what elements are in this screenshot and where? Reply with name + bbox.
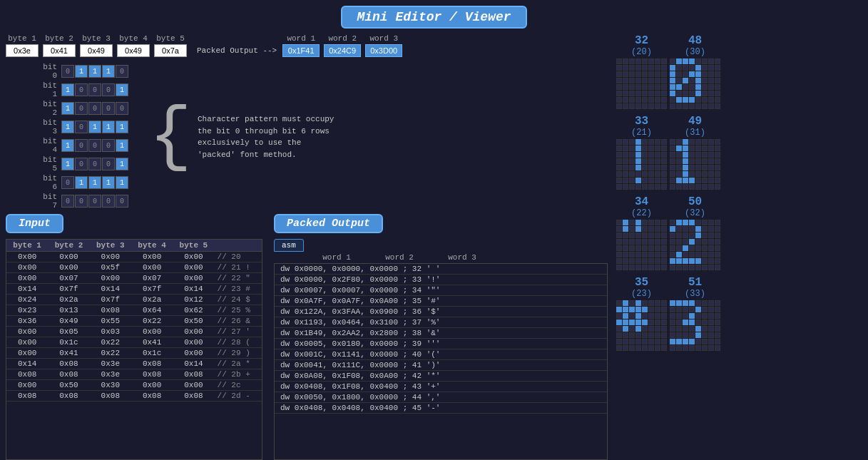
byte4-input[interactable]: [117, 44, 150, 57]
bit-cell[interactable]: 1: [116, 139, 128, 152]
char-pixel: [635, 78, 641, 83]
word2-group: word 2: [324, 34, 361, 57]
byte3-input[interactable]: [80, 44, 113, 57]
bit-cell[interactable]: 0: [61, 65, 74, 78]
bit-cell[interactable]: 1: [61, 139, 74, 152]
bit-cell[interactable]: 0: [75, 139, 88, 152]
char-pixel: [635, 345, 641, 351]
bit-cell[interactable]: 1: [75, 176, 88, 189]
char-pixel: [642, 258, 648, 264]
bit-cell[interactable]: 1: [116, 158, 128, 170]
table-cell: 0x08: [6, 369, 48, 380]
char-pixel: [715, 226, 720, 232]
char-sub: (22): [616, 208, 667, 218]
bit-cell[interactable]: 0: [88, 158, 101, 170]
bit-cell[interactable]: 1: [102, 121, 115, 133]
byte5-input[interactable]: [154, 44, 187, 57]
bit-cell[interactable]: 1: [116, 83, 128, 96]
char-pixel: [623, 58, 628, 64]
bit-cell[interactable]: 1: [88, 121, 101, 133]
table-cell: 0x08: [90, 305, 131, 316]
bit-cell[interactable]: 0: [88, 195, 101, 208]
bit-cell[interactable]: 1: [61, 121, 74, 133]
char-pixel: [715, 58, 720, 64]
word2-input[interactable]: [324, 44, 361, 57]
char-pixel: [695, 239, 701, 245]
table-cell: 0x00: [48, 252, 89, 262]
char-pixel: [616, 313, 622, 319]
char-pixel: [616, 320, 622, 325]
bit-cell[interactable]: 0: [75, 83, 88, 96]
bit-cell[interactable]: 0: [102, 102, 115, 115]
bit-cell[interactable]: 0: [88, 102, 101, 115]
char-pixel: [676, 58, 682, 64]
char-pixel: [715, 65, 720, 71]
bit-cell[interactable]: 0: [75, 121, 88, 133]
table-cell: 0x08: [48, 359, 89, 369]
word3-group: word 3: [365, 34, 402, 57]
table-cell: 0x03: [90, 327, 131, 337]
bit-cell[interactable]: 1: [116, 176, 128, 189]
char-pixel-grid: [670, 139, 720, 190]
bit-cell[interactable]: 0: [116, 65, 128, 78]
bit-cell[interactable]: 1: [61, 102, 74, 115]
char-pixel: [655, 58, 660, 64]
char-pixel: [683, 65, 688, 71]
char-pixel: [623, 307, 628, 312]
word1-input[interactable]: [282, 44, 320, 57]
char-pixel: [655, 145, 660, 151]
input-col-header: byte 1: [6, 240, 48, 252]
word3-input[interactable]: [365, 44, 402, 57]
bit-cell[interactable]: 0: [102, 83, 115, 96]
input-col-header: byte 3: [90, 240, 131, 252]
word3-label: word 3: [369, 34, 398, 43]
bit-cell[interactable]: 1: [88, 176, 101, 189]
bit-cell[interactable]: 0: [88, 139, 101, 152]
bit-row: bit 310111: [34, 118, 129, 136]
table-row: dw 0x122A, 0x3FAA, 0x0900 ; 36 '$': [275, 307, 607, 317]
table-row: dw 0x001C, 0x1141, 0x0000 ; 40 '(': [275, 349, 607, 360]
bit-cell[interactable]: 1: [102, 65, 115, 78]
input-table-container[interactable]: byte 1byte 2byte 3byte 4byte 5 0x000x000…: [6, 239, 262, 460]
bit-cell[interactable]: 1: [61, 158, 74, 170]
table-cell: 0x7f: [48, 284, 89, 295]
bit-cell[interactable]: 0: [75, 102, 88, 115]
bit-cell[interactable]: 0: [102, 158, 115, 170]
bit-cell[interactable]: 0: [75, 195, 88, 208]
packed-output-panel: Packed Output asm word 1 word 2 word 3 d…: [274, 214, 608, 460]
table-cell: 0x2a: [48, 295, 89, 305]
char-pixel: [670, 300, 675, 306]
char-pixel: [715, 320, 720, 325]
bit-cell[interactable]: 0: [102, 195, 115, 208]
bit-cell[interactable]: 0: [88, 83, 101, 96]
bit-cell[interactable]: 1: [88, 65, 101, 78]
byte2-input[interactable]: [43, 44, 76, 57]
table-row: 0x000x1c0x220x410x00// 28 (: [6, 337, 262, 348]
bit-row-label: bit 6: [34, 174, 57, 191]
bit-cell[interactable]: 1: [102, 176, 115, 189]
char-pixel: [676, 265, 682, 270]
bit-cell[interactable]: 0: [75, 158, 88, 170]
char-pixel: [695, 103, 701, 109]
bit-cell[interactable]: 0: [116, 102, 128, 115]
bit-cell[interactable]: 0: [61, 195, 74, 208]
table-cell: 0x7f: [90, 295, 131, 305]
table-cell: 0x00: [6, 348, 48, 359]
char-pixel: [689, 165, 695, 170]
table-row: 0x000x000x5f0x000x00// 21 !: [6, 262, 262, 273]
tab-asm[interactable]: asm: [274, 239, 304, 252]
char-pixel: [683, 220, 688, 225]
bit-cell[interactable]: 1: [61, 83, 74, 96]
bit-cell[interactable]: 0: [102, 139, 115, 152]
char-pixel: [642, 220, 648, 225]
char-pixel: [655, 91, 660, 96]
char-pixel: [629, 152, 635, 158]
bit-cell[interactable]: 0: [116, 195, 128, 208]
bit-cell[interactable]: 0: [61, 176, 74, 189]
bit-cell[interactable]: 1: [116, 121, 128, 133]
bit-row-label: bit 7: [34, 193, 57, 210]
byte1-input[interactable]: [6, 44, 39, 57]
packed-table-container[interactable]: dw 0x0000, 0x0000, 0x0000 ; 32 ' 'dw 0x0…: [274, 263, 608, 460]
bit-cell[interactable]: 1: [75, 65, 88, 78]
char-pixel: [661, 84, 667, 90]
